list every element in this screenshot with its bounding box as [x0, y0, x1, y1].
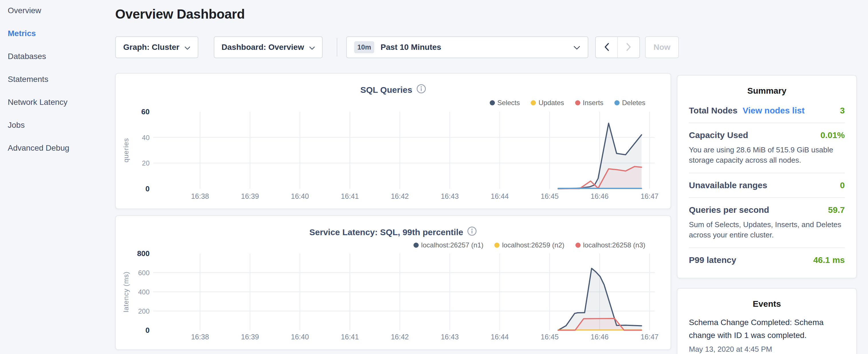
summary-row-value: 3 — [840, 106, 845, 116]
time-range-select[interactable]: 10m Past 10 Minutes — [346, 36, 588, 58]
x-tick-label: 16:45 — [541, 192, 559, 200]
summary-row-label: Queries per second — [689, 205, 769, 215]
chevron-down-icon — [574, 43, 580, 52]
y-tick-label: 20 — [142, 159, 150, 167]
dashboard-dropdown[interactable]: Dashboard: Overview — [214, 36, 323, 58]
x-tick-label: 16:46 — [591, 192, 609, 200]
chevron-right-icon — [626, 43, 631, 52]
x-tick-label: 16:42 — [391, 333, 409, 341]
sidebar-item-databases[interactable]: Databases — [8, 52, 105, 74]
x-tick-label: 16:47 — [641, 333, 658, 341]
y-tick-label: 200 — [138, 307, 150, 315]
sidebar: Overview Metrics Databases Statements Ne… — [8, 6, 105, 166]
event-item[interactable]: Schema Change Completed: Schema change w… — [689, 316, 845, 354]
app-root: Overview Metrics Databases Statements Ne… — [0, 0, 868, 354]
summary-row-capacity-used: Capacity Used 0.01% You are using 28.6 M… — [689, 123, 845, 173]
service-latency-plot[interactable]: 16:3816:3916:4016:4116:4216:4316:4416:45… — [116, 216, 672, 349]
sql-queries-chart-card: SQL Queries SelectsUpdatesInsertsDeletes… — [115, 73, 671, 209]
x-tick-label: 16:40 — [291, 333, 309, 341]
x-tick-label: 16:44 — [491, 192, 509, 200]
y-tick-label: 0 — [146, 326, 150, 334]
graph-dropdown-label: Graph: Cluster — [123, 43, 179, 52]
x-tick-label: 16:38 — [191, 333, 209, 341]
summary-row-label: Capacity Used — [689, 130, 748, 140]
time-range-badge: 10m — [354, 41, 374, 53]
x-tick-label: 16:39 — [241, 192, 259, 200]
x-tick-label: 16:44 — [491, 333, 509, 341]
summary-row-label: P99 latency — [689, 255, 736, 265]
chevron-left-icon — [604, 43, 610, 52]
graph-dropdown[interactable]: Graph: Cluster — [115, 36, 198, 58]
time-range-label: Past 10 Minutes — [380, 43, 441, 52]
sidebar-item-metrics[interactable]: Metrics — [8, 29, 105, 52]
events-panel: Events Schema Change Completed: Schema c… — [677, 288, 857, 354]
x-tick-label: 16:41 — [341, 333, 359, 341]
summary-panel: Summary Total Nodes View nodes list 3 Ca… — [677, 75, 857, 279]
x-tick-label: 16:43 — [441, 333, 459, 341]
x-tick-label: 16:47 — [641, 192, 658, 200]
sidebar-item-jobs[interactable]: Jobs — [8, 120, 105, 143]
y-tick-label: 400 — [138, 288, 150, 296]
time-pager — [595, 36, 640, 58]
now-button[interactable]: Now — [645, 36, 679, 58]
sql-queries-plot[interactable]: 16:3816:3916:4016:4116:4216:4316:4416:45… — [116, 74, 672, 208]
summary-row-queries-per-second: Queries per second 59.7 Sum of Selects, … — [689, 198, 845, 248]
event-message: Schema Change Completed: Schema change w… — [689, 316, 845, 342]
x-tick-label: 16:45 — [541, 333, 559, 341]
summary-title: Summary — [689, 86, 845, 96]
y-axis-label: latency (ms) — [122, 271, 130, 313]
event-timestamp: May 13, 2020 at 4:45 PM — [689, 345, 845, 354]
service-latency-chart-card: Service Latency: SQL, 99th percentile lo… — [115, 215, 671, 350]
time-prev-button[interactable] — [596, 37, 617, 58]
x-tick-label: 16:40 — [291, 192, 309, 200]
controls-divider — [337, 38, 337, 57]
time-next-button[interactable] — [617, 37, 639, 58]
summary-row-caption: You are using 28.6 MiB of 515.9 GiB usab… — [689, 144, 845, 165]
dashboard-dropdown-label: Dashboard: Overview — [221, 43, 304, 52]
y-tick-label: 600 — [138, 269, 150, 277]
x-tick-label: 16:39 — [241, 333, 259, 341]
summary-row-p99-latency: P99 latency 46.1 ms — [689, 248, 845, 272]
x-tick-label: 16:43 — [441, 192, 459, 200]
x-tick-label: 16:38 — [191, 192, 209, 200]
y-tick-label: 40 — [142, 134, 150, 141]
y-tick-label: 800 — [137, 249, 150, 258]
sidebar-item-overview[interactable]: Overview — [8, 6, 105, 29]
x-tick-label: 16:42 — [391, 192, 409, 200]
events-title: Events — [689, 299, 845, 309]
summary-row-unavailable-ranges: Unavailable ranges 0 — [689, 173, 845, 198]
sidebar-item-advanced-debug[interactable]: Advanced Debug — [8, 143, 105, 166]
view-nodes-list-link[interactable]: View nodes list — [743, 106, 804, 116]
page-title: Overview Dashboard — [115, 6, 245, 22]
y-axis-label: queries — [122, 138, 130, 163]
sidebar-item-statements[interactable]: Statements — [8, 74, 105, 97]
summary-row-value: 59.7 — [828, 205, 845, 215]
summary-row-caption: Sum of Selects, Updates, Inserts, and De… — [689, 219, 845, 240]
chevron-down-icon — [309, 43, 315, 52]
chevron-down-icon — [185, 43, 190, 52]
summary-row-value: 0.01% — [820, 130, 845, 140]
x-tick-label: 16:41 — [341, 192, 359, 200]
summary-row-total-nodes: Total Nodes View nodes list 3 — [689, 99, 845, 123]
y-tick-label: 60 — [141, 107, 150, 116]
x-tick-label: 16:46 — [591, 333, 609, 341]
summary-row-label: Unavailable ranges — [689, 181, 767, 190]
summary-row-value: 0 — [840, 181, 845, 190]
y-tick-label: 0 — [146, 185, 150, 193]
summary-row-label: Total Nodes — [689, 106, 737, 116]
sidebar-item-network-latency[interactable]: Network Latency — [8, 97, 105, 120]
summary-row-value: 46.1 ms — [813, 255, 845, 265]
